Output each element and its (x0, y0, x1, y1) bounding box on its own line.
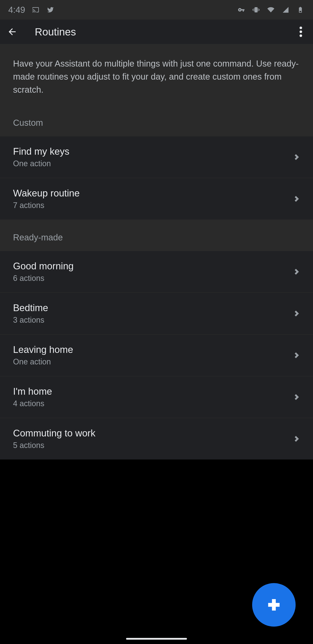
intro-text: Have your Assistant do multiple things w… (0, 44, 313, 105)
routine-row[interactable]: Bedtime 3 actions (0, 293, 313, 334)
routine-subtitle: 4 actions (13, 399, 293, 408)
svg-point-2 (300, 34, 302, 37)
vpn-key-icon (237, 6, 246, 13)
routine-title: Find my keys (13, 146, 293, 157)
chevron-right-icon (293, 394, 300, 400)
twitter-icon (46, 6, 55, 13)
page-title: Routines (35, 26, 76, 38)
custom-list: Find my keys One action Wakeup routine 7… (0, 136, 313, 220)
more-vert-icon (300, 26, 302, 37)
routine-row[interactable]: Commuting to work 5 actions (0, 418, 313, 460)
system-nav-bar (0, 634, 313, 644)
routine-title: Good morning (13, 261, 293, 272)
routine-row[interactable]: Wakeup routine 7 actions (0, 178, 313, 220)
routine-title: Bedtime (13, 302, 293, 313)
routine-row[interactable]: I'm home 4 actions (0, 376, 313, 418)
app-bar: Routines (0, 20, 313, 44)
routine-title: Commuting to work (13, 428, 293, 438)
routine-title: Leaving home (13, 344, 293, 355)
section-header-ready: Ready-made (0, 220, 313, 251)
routine-subtitle: 3 actions (13, 316, 293, 324)
cast-icon (31, 6, 40, 13)
chevron-right-icon (293, 352, 300, 359)
routine-title: Wakeup routine (13, 188, 293, 199)
clock: 4:49 (8, 5, 25, 15)
cell-signal-icon (281, 6, 290, 13)
routine-row[interactable]: Find my keys One action (0, 136, 313, 178)
battery-icon (296, 6, 305, 13)
ready-list: Good morning 6 actions Bedtime 3 actions… (0, 251, 313, 460)
routine-subtitle: 5 actions (13, 441, 293, 450)
add-routine-fab[interactable] (252, 583, 296, 626)
chevron-right-icon (293, 268, 300, 275)
nav-handle[interactable] (126, 638, 187, 640)
wifi-icon (267, 6, 275, 13)
chevron-right-icon (293, 310, 300, 317)
section-header-custom: Custom (0, 105, 313, 136)
status-bar: 4:49 (0, 0, 313, 20)
svg-point-0 (300, 26, 302, 29)
routine-subtitle: 6 actions (13, 274, 293, 283)
chevron-right-icon (293, 154, 300, 160)
routine-row[interactable]: Leaving home One action (0, 334, 313, 376)
svg-point-1 (300, 30, 302, 33)
routine-subtitle: One action (13, 159, 293, 168)
arrow-back-icon (7, 26, 17, 37)
overflow-menu-button[interactable] (294, 25, 308, 39)
routine-title: I'm home (13, 386, 293, 397)
chevron-right-icon (293, 435, 300, 442)
chevron-right-icon (293, 196, 300, 202)
routine-row[interactable]: Good morning 6 actions (0, 251, 313, 293)
plus-icon (266, 597, 282, 612)
routine-subtitle: 7 actions (13, 201, 293, 210)
back-button[interactable] (5, 25, 19, 39)
vibrate-icon (252, 6, 260, 13)
routine-subtitle: One action (13, 357, 293, 366)
